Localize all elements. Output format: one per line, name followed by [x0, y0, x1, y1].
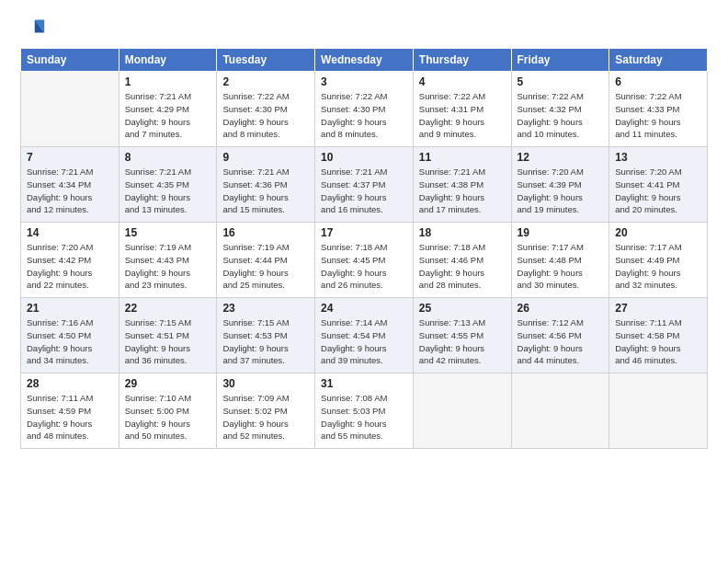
calendar-day-cell: 18 Sunrise: 7:18 AM Sunset: 4:46 PM Dayl…: [413, 223, 511, 298]
header: [20, 17, 708, 42]
day-info: Sunrise: 7:18 AM Sunset: 4:46 PM Dayligh…: [419, 242, 485, 290]
day-number: 17: [321, 226, 407, 239]
day-info: Sunrise: 7:20 AM Sunset: 4:39 PM Dayligh…: [518, 167, 584, 214]
calendar-day-cell: 16 Sunrise: 7:19 AM Sunset: 4:44 PM Dayl…: [217, 223, 315, 298]
day-info: Sunrise: 7:18 AM Sunset: 4:45 PM Dayligh…: [321, 242, 387, 290]
day-number: 27: [615, 302, 701, 315]
calendar-day-cell: 25 Sunrise: 7:13 AM Sunset: 4:55 PM Dayl…: [413, 298, 511, 373]
day-number: 31: [321, 377, 407, 390]
calendar-day-cell: [21, 72, 119, 147]
calendar-day-cell: 29 Sunrise: 7:10 AM Sunset: 5:00 PM Dayl…: [119, 373, 217, 449]
day-number: 7: [27, 151, 113, 164]
calendar-day-cell: 30 Sunrise: 7:09 AM Sunset: 5:02 PM Dayl…: [217, 373, 315, 449]
day-info: Sunrise: 7:08 AM Sunset: 5:03 PM Dayligh…: [321, 393, 387, 441]
day-number: 8: [125, 151, 211, 164]
calendar-week-row: 28 Sunrise: 7:11 AM Sunset: 4:59 PM Dayl…: [21, 373, 708, 449]
day-info: Sunrise: 7:11 AM Sunset: 4:58 PM Dayligh…: [615, 317, 681, 365]
weekday-header: Thursday: [413, 49, 511, 72]
day-info: Sunrise: 7:17 AM Sunset: 4:49 PM Dayligh…: [615, 242, 681, 290]
calendar-day-cell: [511, 373, 609, 449]
day-info: Sunrise: 7:21 AM Sunset: 4:38 PM Dayligh…: [419, 167, 485, 214]
calendar-day-cell: 21 Sunrise: 7:16 AM Sunset: 4:50 PM Dayl…: [21, 298, 119, 373]
calendar-day-cell: 20 Sunrise: 7:17 AM Sunset: 4:49 PM Dayl…: [609, 223, 708, 298]
day-info: Sunrise: 7:09 AM Sunset: 5:02 PM Dayligh…: [222, 393, 289, 441]
calendar-week-row: 21 Sunrise: 7:16 AM Sunset: 4:50 PM Dayl…: [21, 298, 708, 373]
day-info: Sunrise: 7:10 AM Sunset: 5:00 PM Dayligh…: [125, 393, 191, 441]
calendar-week-row: 7 Sunrise: 7:21 AM Sunset: 4:34 PM Dayli…: [21, 147, 708, 223]
weekday-header: Saturday: [609, 49, 708, 72]
weekday-header: Friday: [511, 49, 609, 72]
day-info: Sunrise: 7:21 AM Sunset: 4:29 PM Dayligh…: [125, 91, 191, 139]
weekday-header: Tuesday: [217, 49, 315, 72]
calendar-day-cell: 1 Sunrise: 7:21 AM Sunset: 4:29 PM Dayli…: [119, 72, 217, 147]
calendar-day-cell: 6 Sunrise: 7:22 AM Sunset: 4:33 PM Dayli…: [609, 72, 708, 147]
day-info: Sunrise: 7:22 AM Sunset: 4:32 PM Dayligh…: [518, 91, 584, 139]
day-number: 18: [419, 226, 506, 239]
day-number: 16: [222, 226, 309, 239]
calendar-day-cell: [609, 373, 708, 449]
calendar-week-row: 1 Sunrise: 7:21 AM Sunset: 4:29 PM Dayli…: [21, 72, 708, 147]
day-info: Sunrise: 7:22 AM Sunset: 4:33 PM Dayligh…: [615, 91, 681, 139]
calendar-day-cell: 24 Sunrise: 7:14 AM Sunset: 4:54 PM Dayl…: [315, 298, 414, 373]
day-number: 9: [222, 151, 309, 164]
day-info: Sunrise: 7:19 AM Sunset: 4:43 PM Dayligh…: [125, 242, 191, 290]
calendar-day-cell: 19 Sunrise: 7:17 AM Sunset: 4:48 PM Dayl…: [511, 223, 609, 298]
calendar-day-cell: 31 Sunrise: 7:08 AM Sunset: 5:03 PM Dayl…: [315, 373, 414, 449]
day-info: Sunrise: 7:16 AM Sunset: 4:50 PM Dayligh…: [27, 317, 93, 365]
calendar-day-cell: 17 Sunrise: 7:18 AM Sunset: 4:45 PM Dayl…: [315, 223, 414, 298]
day-number: 11: [419, 151, 506, 164]
day-number: 14: [27, 226, 113, 239]
day-info: Sunrise: 7:20 AM Sunset: 4:41 PM Dayligh…: [615, 167, 681, 214]
day-info: Sunrise: 7:17 AM Sunset: 4:48 PM Dayligh…: [518, 242, 584, 290]
day-info: Sunrise: 7:14 AM Sunset: 4:54 PM Dayligh…: [321, 317, 387, 365]
calendar-day-cell: 15 Sunrise: 7:19 AM Sunset: 4:43 PM Dayl…: [119, 223, 217, 298]
page: SundayMondayTuesdayWednesdayThursdayFrid…: [0, 0, 728, 563]
calendar-day-cell: 4 Sunrise: 7:22 AM Sunset: 4:31 PM Dayli…: [413, 72, 511, 147]
calendar-day-cell: 9 Sunrise: 7:21 AM Sunset: 4:36 PM Dayli…: [217, 147, 315, 223]
calendar-day-cell: 14 Sunrise: 7:20 AM Sunset: 4:42 PM Dayl…: [21, 223, 119, 298]
day-number: 3: [321, 75, 407, 88]
calendar-day-cell: 2 Sunrise: 7:22 AM Sunset: 4:30 PM Dayli…: [217, 72, 315, 147]
day-info: Sunrise: 7:21 AM Sunset: 4:36 PM Dayligh…: [222, 167, 289, 214]
day-info: Sunrise: 7:19 AM Sunset: 4:44 PM Dayligh…: [222, 242, 289, 290]
day-info: Sunrise: 7:22 AM Sunset: 4:30 PM Dayligh…: [222, 91, 289, 139]
day-number: 20: [615, 226, 701, 239]
day-number: 12: [518, 151, 604, 164]
day-number: 4: [419, 75, 506, 88]
day-info: Sunrise: 7:20 AM Sunset: 4:42 PM Dayligh…: [27, 242, 93, 290]
calendar-day-cell: 10 Sunrise: 7:21 AM Sunset: 4:37 PM Dayl…: [315, 147, 414, 223]
calendar-day-cell: 5 Sunrise: 7:22 AM Sunset: 4:32 PM Dayli…: [511, 72, 609, 147]
calendar-table: SundayMondayTuesdayWednesdayThursdayFrid…: [20, 48, 708, 449]
day-number: 2: [222, 75, 309, 88]
day-number: 21: [27, 302, 113, 315]
day-info: Sunrise: 7:21 AM Sunset: 4:37 PM Dayligh…: [321, 167, 387, 214]
calendar-day-cell: 23 Sunrise: 7:15 AM Sunset: 4:53 PM Dayl…: [217, 298, 315, 373]
day-info: Sunrise: 7:22 AM Sunset: 4:30 PM Dayligh…: [321, 91, 387, 139]
calendar-day-cell: 3 Sunrise: 7:22 AM Sunset: 4:30 PM Dayli…: [315, 72, 414, 147]
day-info: Sunrise: 7:13 AM Sunset: 4:55 PM Dayligh…: [419, 317, 485, 365]
weekday-header: Monday: [119, 49, 217, 72]
calendar-day-cell: 11 Sunrise: 7:21 AM Sunset: 4:38 PM Dayl…: [413, 147, 511, 223]
day-number: 6: [615, 75, 701, 88]
calendar-day-cell: 22 Sunrise: 7:15 AM Sunset: 4:51 PM Dayl…: [119, 298, 217, 373]
calendar-day-cell: 28 Sunrise: 7:11 AM Sunset: 4:59 PM Dayl…: [21, 373, 119, 449]
day-info: Sunrise: 7:15 AM Sunset: 4:51 PM Dayligh…: [125, 317, 191, 365]
weekday-header: Sunday: [21, 49, 119, 72]
day-number: 5: [518, 75, 604, 88]
day-number: 23: [222, 302, 309, 315]
calendar-week-row: 14 Sunrise: 7:20 AM Sunset: 4:42 PM Dayl…: [21, 223, 708, 298]
day-number: 28: [27, 377, 113, 390]
day-number: 29: [125, 377, 211, 390]
calendar-day-cell: 26 Sunrise: 7:12 AM Sunset: 4:56 PM Dayl…: [511, 298, 609, 373]
day-number: 22: [125, 302, 211, 315]
day-number: 26: [518, 302, 604, 315]
day-info: Sunrise: 7:11 AM Sunset: 4:59 PM Dayligh…: [27, 393, 93, 441]
logo: [20, 17, 50, 42]
day-number: 30: [222, 377, 309, 390]
weekday-header-row: SundayMondayTuesdayWednesdayThursdayFrid…: [21, 49, 708, 72]
day-number: 15: [125, 226, 211, 239]
weekday-header: Wednesday: [315, 49, 414, 72]
calendar-day-cell: 12 Sunrise: 7:20 AM Sunset: 4:39 PM Dayl…: [511, 147, 609, 223]
logo-icon: [20, 17, 46, 42]
day-info: Sunrise: 7:22 AM Sunset: 4:31 PM Dayligh…: [419, 91, 485, 139]
